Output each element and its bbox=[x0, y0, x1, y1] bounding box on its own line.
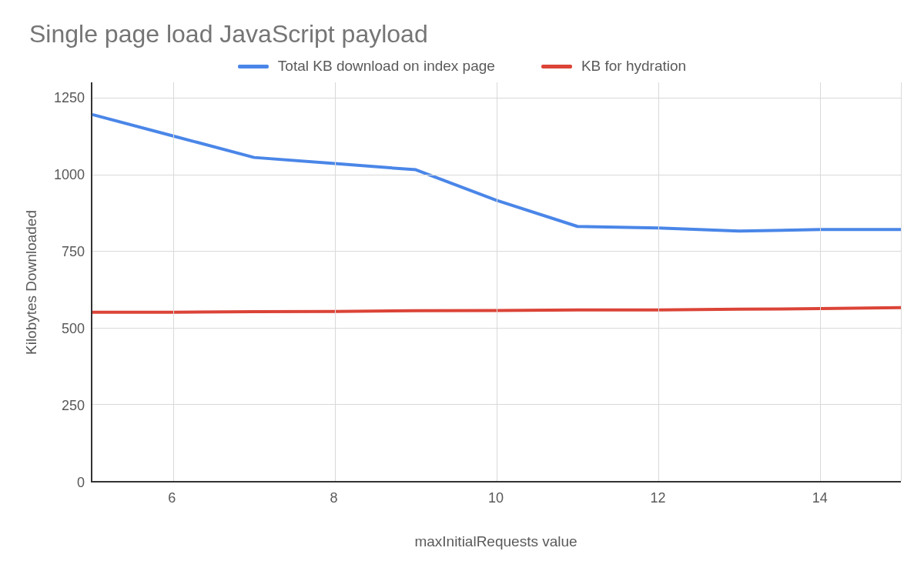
plot-region bbox=[91, 82, 901, 483]
x-tick: 6 bbox=[168, 490, 176, 506]
gridline-v bbox=[335, 82, 336, 481]
legend-item-hydration: KB for hydration bbox=[541, 58, 686, 75]
legend-swatch-blue bbox=[238, 65, 269, 68]
chart-title: Single page load JavaScript payload bbox=[29, 20, 901, 48]
x-tick: 12 bbox=[650, 490, 665, 506]
x-tick: 8 bbox=[330, 490, 338, 506]
y-tick: 1250 bbox=[54, 90, 85, 106]
x-axis-label: maxInitialRequests value bbox=[91, 533, 901, 550]
x-tick: 10 bbox=[488, 490, 504, 506]
x-axis-row: 68101214 bbox=[91, 490, 901, 512]
x-tick: 14 bbox=[812, 490, 828, 506]
gridline-v bbox=[658, 82, 659, 481]
y-tick: 500 bbox=[62, 321, 85, 337]
y-axis-label: Kilobytes Downloaded bbox=[23, 82, 43, 483]
plot-area: Kilobytes Downloaded 025050075010001250 bbox=[23, 82, 901, 483]
legend-swatch-red bbox=[541, 65, 572, 68]
y-tick: 1000 bbox=[54, 167, 85, 183]
legend-label-hydration: KB for hydration bbox=[581, 58, 686, 75]
legend-label-total: Total KB download on index page bbox=[278, 58, 495, 75]
y-tick: 0 bbox=[77, 475, 85, 491]
y-tick: 750 bbox=[62, 244, 85, 260]
legend: Total KB download on index page KB for h… bbox=[23, 58, 901, 75]
legend-item-total: Total KB download on index page bbox=[238, 58, 495, 75]
gridline-v bbox=[497, 82, 497, 481]
y-tick: 250 bbox=[62, 398, 85, 414]
x-axis: 68101214 bbox=[91, 490, 901, 512]
gridline-v bbox=[173, 82, 174, 481]
gridline-v bbox=[901, 82, 902, 481]
chart-container: Single page load JavaScript payload Tota… bbox=[0, 0, 924, 571]
y-axis: 025050075010001250 bbox=[48, 82, 91, 483]
gridline-v bbox=[820, 82, 821, 481]
